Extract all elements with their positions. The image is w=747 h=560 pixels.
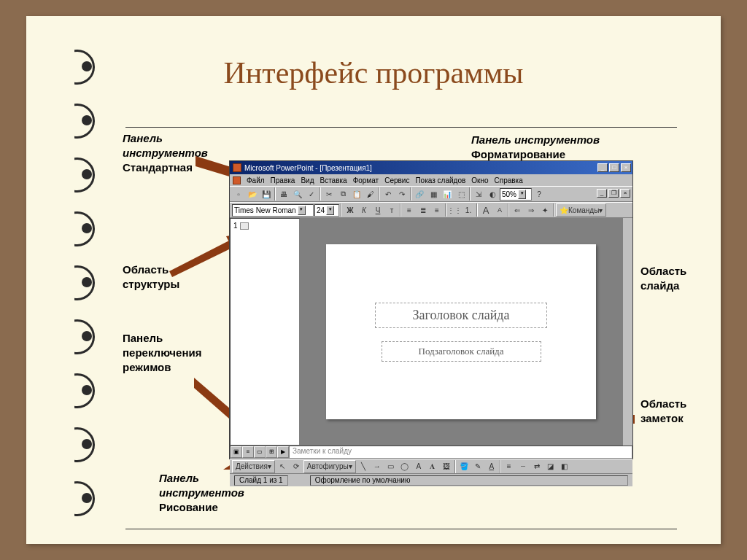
close-button[interactable]: × — [621, 163, 631, 172]
font-grow-icon[interactable]: A — [479, 203, 492, 217]
cut-icon[interactable]: ✂ — [322, 187, 336, 201]
divider-top — [125, 127, 677, 128]
copy-icon[interactable]: ⧉ — [336, 187, 349, 201]
bold-button[interactable]: Ж — [344, 203, 357, 217]
font-color-icon[interactable]: A — [485, 460, 498, 473]
paste-icon[interactable]: 📋 — [350, 187, 363, 201]
slide-thumb-icon — [240, 222, 249, 230]
help-icon[interactable]: ? — [533, 187, 546, 201]
select-icon[interactable]: ↖ — [276, 460, 289, 473]
label-view-panel: Панель переключения режимов — [123, 331, 201, 375]
spiral-binding — [69, 54, 93, 540]
demote-icon[interactable]: ⇒ — [525, 203, 538, 217]
promote-icon[interactable]: ⇐ — [511, 203, 524, 217]
line-icon[interactable]: ╲ — [357, 460, 370, 473]
slideshow-view-button[interactable]: ▶ — [277, 446, 289, 458]
expand-icon[interactable]: ⇲ — [472, 187, 485, 201]
normal-view-button[interactable]: ▣ — [231, 446, 242, 458]
fontsize-combo[interactable]: 24▾ — [314, 204, 339, 217]
new-slide-icon[interactable]: ⬚ — [454, 187, 468, 201]
open-icon[interactable]: 📂 — [246, 187, 259, 201]
slide-view-button[interactable]: ▭ — [254, 446, 266, 458]
font-shrink-icon[interactable]: A — [493, 203, 506, 217]
divider-bottom — [125, 529, 677, 529]
view-buttons: ▣ ≡ ▭ ⊞ ▶ — [231, 446, 290, 458]
preview-icon[interactable]: 🔍 — [291, 187, 304, 201]
status-slide-count: Слайд 1 из 1 — [234, 475, 288, 486]
doc-icon — [233, 176, 241, 184]
menu-slideshow[interactable]: Показ слайдов — [415, 176, 465, 184]
menu-file[interactable]: Файл — [247, 176, 265, 184]
doc-minimize-button[interactable]: _ — [597, 189, 607, 198]
wordart-icon[interactable]: 𝐀 — [426, 460, 439, 473]
title-placeholder[interactable]: Заголовок слайда — [375, 303, 546, 328]
shadow-style-icon[interactable]: ◪ — [544, 460, 557, 473]
outline-item[interactable]: 1 — [233, 222, 296, 230]
subtitle-placeholder[interactable]: Подзаголовок слайда — [382, 341, 541, 362]
outline-view-button[interactable]: ≡ — [242, 446, 254, 458]
menu-view[interactable]: Вид — [301, 176, 314, 184]
workspace: 1 Заголовок слайда Подзаголовок слайда — [230, 218, 632, 446]
save-icon[interactable]: 💾 — [260, 187, 273, 201]
fill-color-icon[interactable]: 🪣 — [457, 460, 471, 473]
italic-button[interactable]: К — [357, 203, 371, 217]
label-slide-area: Область слайда — [640, 264, 686, 293]
commands-button[interactable]: ⭐ Команды ▾ — [556, 203, 606, 217]
new-icon[interactable]: ▫ — [232, 187, 245, 201]
sorter-view-button[interactable]: ⊞ — [266, 446, 277, 458]
menu-insert[interactable]: Вставка — [320, 176, 347, 184]
rect-icon[interactable]: ▭ — [384, 460, 398, 473]
outline-pane[interactable]: 1 — [230, 218, 300, 446]
svg-marker-4 — [169, 241, 232, 277]
format-toolbar: Times New Roman▾ 24▾ Ж К Ч т ≡ ≣ ≡ ⋮⋮ 1.… — [230, 202, 632, 218]
menu-format[interactable]: Формат — [353, 176, 379, 184]
grayscale-icon[interactable]: ◐ — [486, 187, 499, 201]
doc-restore-button[interactable]: ❐ — [608, 189, 619, 198]
maximize-button[interactable]: □ — [609, 163, 619, 172]
table-icon[interactable]: ▦ — [427, 187, 440, 201]
align-center-icon[interactable]: ≣ — [417, 203, 430, 217]
autoshapes-button[interactable]: Автофигуры ▾ — [303, 460, 356, 473]
menu-window[interactable]: Окно — [471, 176, 488, 184]
line-color-icon[interactable]: ✎ — [471, 460, 484, 473]
redo-icon[interactable]: ↷ — [395, 187, 409, 201]
slide-canvas[interactable]: Заголовок слайда Подзаголовок слайда — [326, 244, 596, 419]
font-combo[interactable]: Times New Roman▾ — [232, 204, 314, 217]
rotate-icon[interactable]: ⟳ — [290, 460, 303, 473]
slide-page: Интерфейс программы Панель инструментов … — [26, 16, 721, 544]
format-painter-icon[interactable]: 🖌 — [364, 187, 377, 201]
clipart-icon[interactable]: 🖼 — [440, 460, 453, 473]
textbox-icon[interactable]: A — [412, 460, 425, 473]
slide-pane[interactable]: Заголовок слайда Подзаголовок слайда — [300, 218, 622, 446]
draw-actions-button[interactable]: Действия ▾ — [232, 460, 275, 473]
titlebar: Microsoft PowerPoint - [Презентация1] _ … — [230, 161, 632, 174]
align-right-icon[interactable]: ≡ — [430, 203, 444, 217]
line-style-icon[interactable]: ≡ — [503, 460, 516, 473]
oval-icon[interactable]: ◯ — [398, 460, 411, 473]
page-title: Интерфейс программы — [26, 55, 721, 90]
chart-icon[interactable]: 📊 — [441, 187, 454, 201]
spell-icon[interactable]: ✓ — [305, 187, 318, 201]
shadow-button[interactable]: т — [385, 203, 398, 217]
hyperlink-icon[interactable]: 🔗 — [413, 187, 426, 201]
menu-edit[interactable]: Правка — [271, 176, 295, 184]
animate-icon[interactable]: ✦ — [538, 203, 551, 217]
bullets-icon[interactable]: ⋮⋮ — [448, 203, 461, 217]
menu-tools[interactable]: Сервис — [384, 176, 409, 184]
align-left-icon[interactable]: ≡ — [403, 203, 416, 217]
vertical-scrollbar[interactable] — [622, 218, 632, 446]
print-icon[interactable]: 🖶 — [277, 187, 290, 201]
zoom-combo[interactable]: 50%▾ — [500, 188, 532, 201]
notes-input[interactable]: Заметки к слайду — [290, 446, 632, 458]
undo-icon[interactable]: ↶ — [382, 187, 395, 201]
menu-help[interactable]: Справка — [495, 176, 523, 184]
underline-button[interactable]: Ч — [371, 203, 384, 217]
minimize-button[interactable]: _ — [597, 163, 608, 172]
3d-style-icon[interactable]: ◧ — [558, 460, 571, 473]
dash-style-icon[interactable]: ┄ — [516, 460, 530, 473]
label-notes-area: Область заметок — [640, 397, 686, 426]
doc-close-button[interactable]: × — [620, 189, 630, 198]
numbering-icon[interactable]: 1. — [462, 203, 475, 217]
arrow-style-icon[interactable]: ⇄ — [530, 460, 543, 473]
arrow-icon[interactable]: → — [371, 460, 384, 473]
